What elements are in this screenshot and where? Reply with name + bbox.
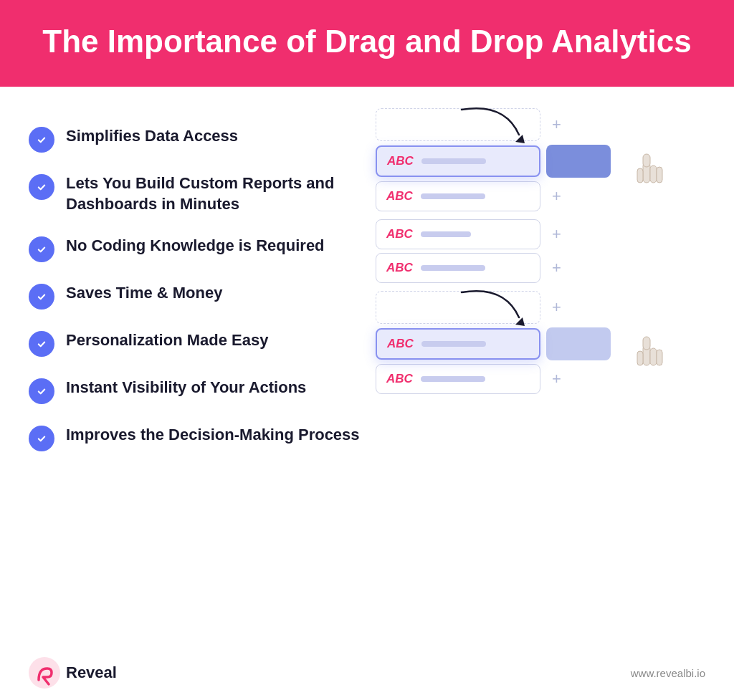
svg-rect-11 — [637, 168, 643, 183]
check-icon-4 — [29, 284, 54, 310]
main-content: Simplifies Data Access Lets You Build Cu… — [0, 87, 734, 476]
check-icon-3 — [29, 236, 54, 262]
page-title: The Importance of Drag and Drop Analytic… — [29, 23, 705, 61]
check-text-3: No Coding Knowledge is Required — [66, 235, 325, 256]
check-icon-5 — [29, 331, 54, 357]
blue-block-top — [546, 145, 611, 178]
dragged-card-2: ABC — [376, 328, 540, 360]
check-text-1: Simplifies Data Access — [66, 125, 238, 147]
bar-long — [421, 158, 486, 164]
drag-source-row: + — [376, 108, 705, 141]
check-text-4: Saves Time & Money — [66, 282, 222, 304]
svg-rect-12 — [643, 154, 650, 167]
svg-point-1 — [34, 180, 49, 194]
abc-label: ABC — [387, 337, 414, 351]
list-item: Lets You Build Custom Reports and Dashbo… — [29, 163, 361, 225]
plus-icon-5: + — [552, 259, 561, 277]
normal-card-3: ABC — [376, 181, 540, 211]
bar-long — [421, 193, 485, 199]
website-url: www.revealbi.io — [631, 667, 705, 679]
hand-cursor-top — [630, 148, 666, 195]
svg-rect-17 — [637, 351, 643, 365]
svg-point-2 — [34, 242, 49, 256]
logo-text: Reveal — [66, 663, 117, 682]
svg-point-3 — [34, 289, 49, 304]
middle-group: ABC + ABC + — [376, 219, 705, 287]
check-text-7: Improves the Decision-Making Process — [66, 424, 360, 446]
plus-icon-8: + — [552, 370, 561, 388]
svg-marker-7 — [515, 135, 525, 143]
bar-long — [421, 265, 485, 271]
dragged-card: ABC — [376, 145, 540, 177]
curved-arrow-top — [447, 102, 533, 145]
svg-point-0 — [34, 133, 49, 147]
svg-rect-18 — [643, 337, 650, 350]
svg-point-19 — [29, 657, 60, 689]
footer: Reveal www.revealbi.io — [0, 646, 734, 700]
check-text-5: Personalization Made Easy — [66, 330, 268, 351]
list-item: Instant Visibility of Your Actions — [29, 367, 361, 414]
bottom-drag-group: + ABC — [376, 291, 705, 398]
abc-label: ABC — [386, 372, 414, 386]
dragged-card-row: ABC — [376, 145, 705, 178]
dragged-card-row-2: ABC — [376, 327, 705, 360]
svg-rect-10 — [657, 167, 662, 183]
bar-long — [421, 376, 485, 382]
logo-icon — [29, 657, 60, 689]
plus-icon-4: + — [552, 225, 561, 244]
svg-point-5 — [34, 384, 49, 398]
abc-label: ABC — [386, 227, 414, 241]
svg-rect-9 — [650, 166, 657, 183]
list-item: Simplifies Data Access — [29, 115, 361, 163]
svg-point-4 — [34, 337, 49, 351]
svg-marker-13 — [515, 317, 525, 326]
abc-label: ABC — [386, 261, 414, 275]
plus-icon-1: + — [552, 115, 561, 134]
normal-card-5: ABC — [376, 253, 540, 283]
check-text-2: Lets You Build Custom Reports and Dashbo… — [66, 173, 361, 215]
check-icon-6 — [29, 378, 54, 404]
normal-row-5: ABC + — [376, 253, 705, 283]
checklist: Simplifies Data Access Lets You Build Cu… — [29, 108, 361, 461]
svg-rect-15 — [650, 348, 657, 365]
svg-point-6 — [34, 431, 49, 446]
hand-cursor-bottom — [630, 331, 666, 378]
list-item: No Coding Knowledge is Required — [29, 225, 361, 272]
header-section: The Importance of Drag and Drop Analytic… — [0, 0, 734, 87]
plus-icon-3: + — [552, 187, 561, 206]
list-item: Personalization Made Easy — [29, 320, 361, 367]
abc-label: ABC — [386, 189, 414, 203]
top-drag-group: + ABC — [376, 108, 705, 215]
logo-area: Reveal — [29, 657, 117, 689]
curved-arrow-bottom — [447, 285, 533, 328]
normal-card-8: ABC — [376, 364, 540, 394]
blue-block-bottom — [546, 327, 611, 360]
drag-source-row-2: + — [376, 291, 705, 324]
svg-rect-16 — [657, 350, 662, 365]
bar-medium — [421, 231, 471, 237]
plus-icon-6: + — [552, 298, 561, 317]
normal-row-4: ABC + — [376, 219, 705, 249]
check-icon-1 — [29, 127, 54, 153]
check-icon-2 — [29, 174, 54, 200]
check-icon-7 — [29, 426, 54, 451]
list-item: Improves the Decision-Making Process — [29, 414, 361, 461]
normal-card-4: ABC — [376, 219, 540, 249]
check-text-6: Instant Visibility of Your Actions — [66, 377, 306, 398]
bar-long — [421, 341, 486, 347]
list-item: Saves Time & Money — [29, 272, 361, 320]
drag-drop-illustration: + ABC — [376, 108, 705, 461]
abc-label: ABC — [387, 154, 414, 168]
